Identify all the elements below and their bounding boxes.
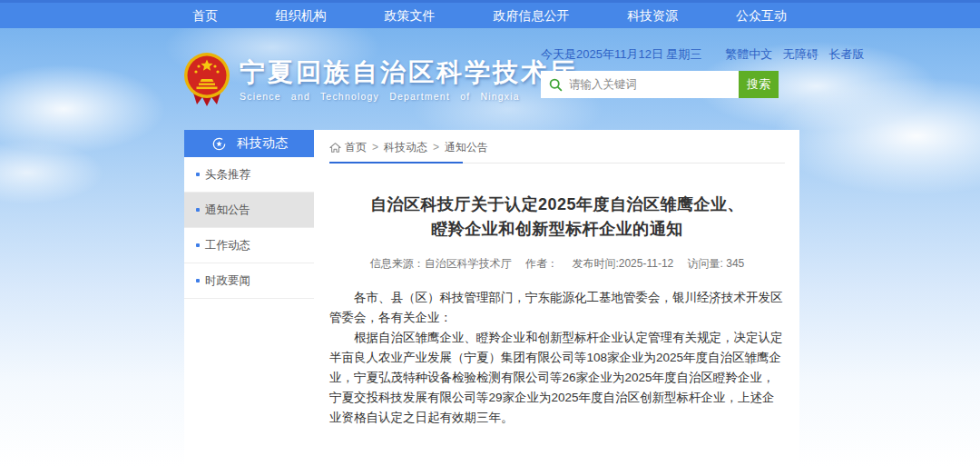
breadcrumb-separator: > — [433, 141, 439, 154]
site-header: 宁夏回族自治区科学技术厅 Science and Technology Depa… — [0, 28, 980, 130]
sidebar-item-current-politics[interactable]: 时政要闻 — [184, 263, 314, 299]
site-title: 宁夏回族自治区科学技术厅 — [240, 58, 577, 87]
search-box — [541, 71, 739, 98]
article-body: 各市、县（区）科技管理部门，宁东能源化工基地管委会，银川经济技术开发区管委会，各… — [329, 288, 785, 428]
meta-views: 访问量: 345 — [688, 257, 745, 270]
nav-item-public-interaction[interactable]: 公众互动 — [736, 3, 787, 28]
home-icon — [329, 142, 341, 154]
sidebar-title: 科技动态 — [237, 135, 288, 152]
nav-item-home[interactable]: 首页 — [192, 3, 218, 28]
bullet-dot-icon — [196, 173, 200, 176]
nav-item-policy-documents[interactable]: 政策文件 — [385, 3, 436, 28]
breadcrumb-current: 通知公告 — [445, 140, 488, 155]
sidebar-item-headline-recommend[interactable]: 头条推荐 — [184, 157, 314, 193]
site-brand[interactable]: 宁夏回族自治区科学技术厅 Science and Technology Depa… — [183, 52, 577, 108]
bullet-dot-icon — [196, 279, 200, 283]
search-input[interactable] — [569, 73, 739, 96]
search-icon — [549, 78, 563, 92]
sidebar-item-label: 工作动态 — [205, 238, 250, 253]
sidebar: 科技动态 头条推荐 通知公告 工作动态 时政要闻 — [184, 130, 314, 299]
search-button[interactable]: 搜索 — [739, 71, 779, 98]
bullet-dot-icon — [196, 243, 200, 247]
top-nav-items: 首页 组织机构 政策文件 政府信息公开 科技资源 公众互动 — [192, 3, 787, 28]
meta-source: 信息来源：自治区科学技术厅 — [370, 257, 512, 270]
breadcrumb-separator: > — [372, 141, 378, 154]
link-traditional-chinese[interactable]: 繁體中文 — [725, 47, 772, 61]
sidebar-item-label: 头条推荐 — [205, 167, 250, 183]
content-panel: 科技动态 头条推荐 通知公告 工作动态 时政要闻 — [184, 130, 799, 466]
sidebar-item-work-updates[interactable]: 工作动态 — [184, 228, 314, 263]
article-area: 首页 > 科技动态 > 通知公告 自治区科技厅关于认定2025年度自治区雏鹰企业… — [325, 130, 799, 466]
national-emblem-logo — [183, 52, 230, 108]
breadcrumb-section[interactable]: 科技动态 — [384, 140, 427, 155]
search-bar: 搜索 — [541, 71, 779, 98]
site-brand-text: 宁夏回族自治区科学技术厅 Science and Technology Depa… — [240, 58, 577, 102]
article-title: 自治区科技厅关于认定2025年度自治区雏鹰企业、瞪羚企业和创新型标杆企业的通知 — [329, 193, 785, 242]
bullet-dot-icon — [196, 208, 200, 212]
link-elderly-version[interactable]: 长者版 — [828, 47, 864, 61]
site-title-english: Science and Technology Department of Nin… — [240, 91, 577, 102]
article-paragraph-main: 根据自治区雏鹰企业、瞪羚企业和创新型标杆企业认定管理有关规定，决定认定半亩良人农… — [329, 328, 785, 428]
current-date: 今天是2025年11月12日 星期三 — [541, 47, 702, 61]
sidebar-item-label: 时政要闻 — [205, 273, 250, 289]
meta-publish-date: 发布时间:2025-11-12 — [572, 257, 673, 270]
page: 首页 组织机构 政策文件 政府信息公开 科技资源 公众互动 — [0, 0, 980, 466]
header-top-links: 今天是2025年11月12日 星期三 繁體中文 无障碍 长者版 — [541, 46, 795, 63]
sidebar-header: 科技动态 — [184, 130, 314, 157]
breadcrumb-home[interactable]: 首页 — [345, 140, 367, 155]
meta-author: 作者： — [525, 257, 558, 270]
sci-tech-news-icon — [211, 136, 227, 152]
breadcrumb-rule — [329, 163, 785, 164]
nav-item-sci-tech-resources[interactable]: 科技资源 — [627, 3, 678, 28]
nav-item-gov-info-disclosure[interactable]: 政府信息公开 — [493, 3, 569, 28]
article-meta: 信息来源：自治区科学技术厅 作者： 发布时间:2025-11-12 访问量: 3… — [329, 256, 785, 272]
article-paragraph-salutation: 各市、县（区）科技管理部门，宁东能源化工基地管委会，银川经济技术开发区管委会，各… — [329, 288, 785, 328]
header-utility-area: 今天是2025年11月12日 星期三 繁體中文 无障碍 长者版 搜索 — [541, 46, 795, 98]
top-nav: 首页 组织机构 政策文件 政府信息公开 科技资源 公众互动 — [0, 0, 980, 28]
breadcrumb: 首页 > 科技动态 > 通知公告 — [329, 137, 785, 157]
nav-item-organization[interactable]: 组织机构 — [276, 3, 327, 28]
sidebar-item-notices[interactable]: 通知公告 — [184, 193, 314, 228]
sidebar-item-label: 通知公告 — [205, 203, 250, 218]
link-accessibility[interactable]: 无障碍 — [783, 47, 818, 61]
